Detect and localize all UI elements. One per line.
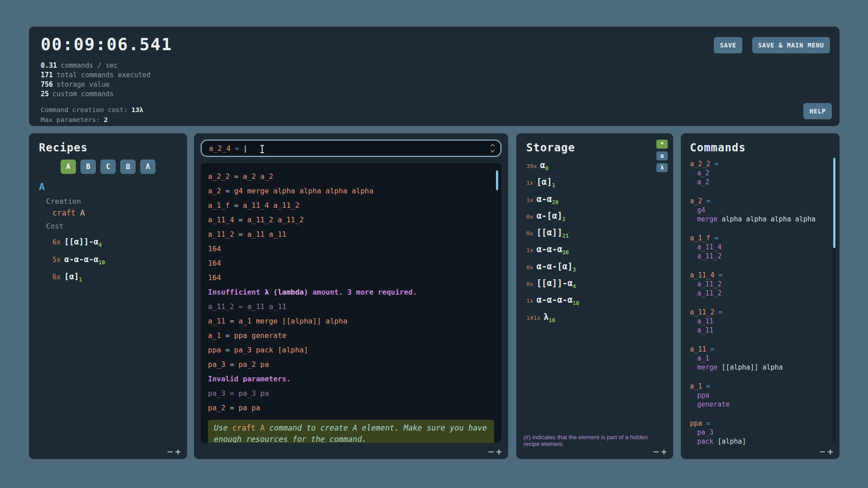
command-entry-name: a_11 xyxy=(690,345,710,353)
zoom-out-button[interactable]: − xyxy=(653,446,659,457)
zoom-out-button[interactable]: − xyxy=(820,446,826,457)
meta-row: Max parameters: 2 xyxy=(41,115,828,125)
cost-subscript: 1 xyxy=(79,277,82,283)
storage-item: 1x[α]1 xyxy=(526,175,663,192)
command-entry: a_2_2 =a_2a_2 xyxy=(690,160,830,187)
text-caret: | xyxy=(243,144,248,153)
storage-item-subscript: 30 xyxy=(562,249,569,256)
console-line-segment: ppa xyxy=(208,346,226,354)
command-entry: a_1_f =a_11_4a_11_2 xyxy=(690,234,830,261)
storage-note: (#) indicates that the element is part o… xyxy=(524,434,665,447)
command-entry-name: a_1 xyxy=(690,382,706,390)
command-entry-name: a_2 xyxy=(690,197,706,205)
console-line-segment: = xyxy=(234,172,243,181)
console-line-segment: pa_3 xyxy=(208,360,230,369)
console-line-segment: = xyxy=(238,230,247,239)
zoom-out-button[interactable]: − xyxy=(167,446,173,457)
console-line-segment: pa_2 pa xyxy=(238,360,269,369)
help-button[interactable]: HELP xyxy=(803,103,832,119)
storage-filter-α[interactable]: α xyxy=(656,151,668,160)
console-line-segment: = xyxy=(238,216,247,224)
command-entry: a_2 =g4merge alpha alpha alpha alpha xyxy=(690,197,830,224)
console-scrollbar-thumb[interactable] xyxy=(496,170,498,190)
command-body-line: generate xyxy=(690,400,817,409)
command-entry-name: a_11_2 xyxy=(690,308,718,316)
zoom-in-button[interactable]: + xyxy=(175,446,181,457)
recipes-title: Recipes xyxy=(39,141,177,154)
console-line: Invalid parameters. xyxy=(208,372,494,386)
recipe-tab-Ω[interactable]: Ω xyxy=(120,160,136,174)
hint-message: Use craft A command to create A element.… xyxy=(208,420,494,443)
console-line: a_2_2 = a_2 a_2 xyxy=(208,169,494,184)
zoom-in-button[interactable]: + xyxy=(827,446,833,457)
storage-filter-λ[interactable]: λ xyxy=(656,163,668,172)
save-main-menu-button[interactable]: SAVE & MAIN MENU xyxy=(752,37,830,53)
meta-label: Max parameters: xyxy=(41,116,104,123)
stat-value: 0.31 xyxy=(41,61,57,70)
console-line-segment: a_11_4 a_11_2 xyxy=(243,201,299,210)
console-line-segment: Insufficient xyxy=(208,288,264,296)
input-history-stepper[interactable] xyxy=(491,145,494,152)
recipe-tab-A[interactable]: A xyxy=(61,160,76,174)
commands-title: Commands xyxy=(690,141,830,154)
storage-item-subscript: 0 xyxy=(545,165,548,172)
command-entry-header: a_11 = xyxy=(690,345,830,354)
command-body-segment: a_11_2 xyxy=(697,252,722,260)
recipes-panel: Recipes ABCΩΛ A Creation craftA Cost 6x[… xyxy=(29,133,187,459)
cost-subscript: 10 xyxy=(99,259,105,265)
storage-item-subscript: 10 xyxy=(573,300,579,306)
zoom-in-button[interactable]: + xyxy=(496,446,502,457)
command-body-line: ppa xyxy=(690,391,817,400)
storage-item-subscript: 1 xyxy=(552,182,555,188)
command-body-segment: pack xyxy=(697,437,713,446)
zoom-in-button[interactable]: + xyxy=(661,446,667,457)
recipe-tab-C[interactable]: C xyxy=(100,160,116,174)
command-entry: a_11_4 =a_11_2a_11_2 xyxy=(690,271,830,298)
command-body-segment: a_11 xyxy=(697,326,713,334)
command-body-segment: [[alpha]] alpha xyxy=(717,363,783,371)
command-body-line: a_1 xyxy=(690,354,817,363)
storage-item-count: 1x xyxy=(526,247,533,253)
storage-filter-*[interactable]: * xyxy=(656,140,668,149)
command-entry-header: a_11_4 = xyxy=(690,271,830,280)
console-line: 164 xyxy=(208,242,494,256)
console-line: 164 xyxy=(208,271,494,285)
stat-label: storage value xyxy=(57,80,109,89)
storage-item-subscript: 20 xyxy=(552,199,558,205)
recipes-zoom-controls: −+ xyxy=(167,446,181,457)
cost-formula: [[α]]-α4 xyxy=(64,237,102,246)
console-line: pa_3 = pa_2 pa xyxy=(208,357,494,372)
console-line-segment: a_11_4 xyxy=(208,216,238,224)
console-line-segment: = xyxy=(226,187,234,195)
cost-row: 6x[α]1 xyxy=(52,272,177,283)
storage-item: 39xα0 xyxy=(526,159,663,175)
cost-rows: 6x[[α]]-α45xα-α-α-α106x[α]1 xyxy=(39,237,177,283)
cost-formula: α-α-α-α10 xyxy=(64,254,105,264)
command-entry-body: a_1merge [[alpha]] alpha xyxy=(690,354,830,372)
storage-item-count: 0x xyxy=(526,230,533,237)
console-line: pa_3 = pa_3 pa xyxy=(208,386,494,401)
storage-item-count: 1x xyxy=(526,197,533,203)
command-input[interactable]: a_2_4 = | xyxy=(201,140,501,157)
storage-item-count: 0x xyxy=(526,281,533,287)
console-lines: a_2_2 = a_2 a_2a_2 = g4 merge alpha alph… xyxy=(208,169,494,415)
commands-scrollbar-thumb[interactable] xyxy=(833,158,835,248)
stat-row: 0.31commands / sec xyxy=(41,61,828,70)
storage-panel: Storage *αλ 39xα01x[α]11xα-α200xα-[α]20x… xyxy=(516,133,673,459)
meta-value: 13λ xyxy=(132,106,143,113)
command-entries: a_2_2 =a_2a_2a_2 =g4merge alpha alpha al… xyxy=(690,160,830,446)
command-body-line: a_11 xyxy=(690,317,817,326)
command-entry-name: ppa xyxy=(690,419,706,427)
command-body-line: a_11_2 xyxy=(690,280,817,289)
storage-item-count: 141x xyxy=(526,314,540,321)
recipe-tab-B[interactable]: B xyxy=(80,160,96,174)
storage-item-count: 39x xyxy=(526,163,537,169)
recipe-tab-Λ[interactable]: Λ xyxy=(140,160,156,174)
console-line-segment: a_11_2 = a_11 a_11 xyxy=(208,302,286,311)
zoom-out-button[interactable]: − xyxy=(488,446,494,457)
save-button[interactable]: SAVE xyxy=(714,37,742,53)
game-timer: 00:09:06.541 xyxy=(41,35,828,54)
storage-item-count: 1x xyxy=(526,179,533,186)
meta-list: Command creation cost: 13λMax parameters… xyxy=(41,105,828,125)
command-entry-body: a_11a_11 xyxy=(690,317,830,335)
